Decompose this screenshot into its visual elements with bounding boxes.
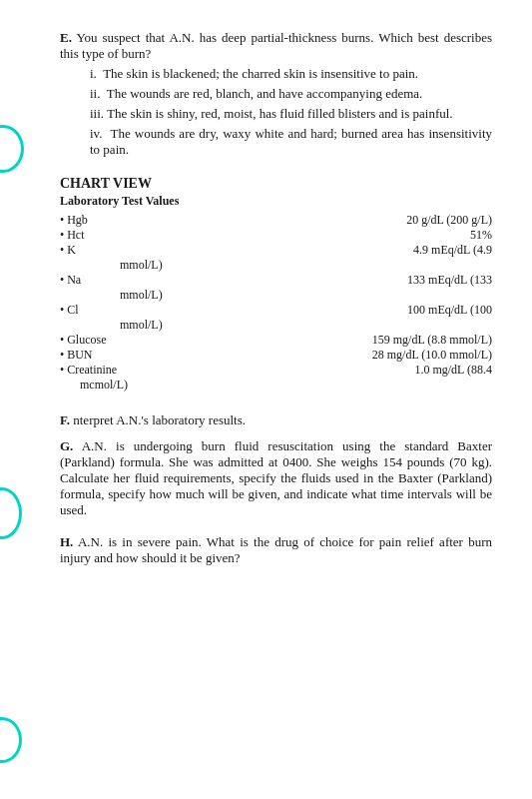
lab-label-k: • K xyxy=(60,243,76,258)
lab-row-bun: • BUN 28 mg/dL (10.0 mmol/L) xyxy=(60,348,492,363)
chart-view: CHART VIEW Laboratory Test Values • Hgb … xyxy=(60,176,492,393)
lab-label-hgb: • Hgb xyxy=(60,213,88,228)
lab-label-glucose: • Glucose xyxy=(60,333,107,348)
text-e-iv: The wounds are dry, waxy white and hard;… xyxy=(90,126,492,157)
lab-value-k: 4.9 mEq/dL (4.9 xyxy=(413,243,492,258)
lab-row-glucose: • Glucose 159 mg/dL (8.8 mmol/L) xyxy=(60,333,492,348)
text-g: A.N. is undergoing burn fluid resuscitat… xyxy=(60,438,492,517)
lab-value-creatinine-cont: mcmol/L) xyxy=(80,378,128,392)
lab-value-na: 133 mEq/dL (133 xyxy=(407,273,492,288)
lab-label-hct: • Hct xyxy=(60,228,85,243)
lab-row-hct: • Hct 51% xyxy=(60,228,492,243)
lab-value-cl: 100 mEq/dL (100 xyxy=(407,303,492,318)
lab-label-na: • Na xyxy=(60,273,81,288)
question-g-text: G. A.N. is undergoing burn fluid resusci… xyxy=(60,438,492,518)
text-e-ii: The wounds are red, blanch, and have acc… xyxy=(107,86,423,101)
lab-label-creatinine: • Creatinine xyxy=(60,363,117,378)
roman-iii: iii. xyxy=(90,106,104,121)
lab-value-hgb: 20 g/dL (200 g/L) xyxy=(406,213,492,228)
question-f-text: F. nterpret A.N.'s laboratory results. xyxy=(60,412,492,428)
question-h-text: H. A.N. is in severe pain. What is the d… xyxy=(60,534,492,566)
label-f: F. xyxy=(60,412,70,427)
sub-item-e-i: i. The skin is blackened; the charred sk… xyxy=(90,66,492,82)
lab-value-k-cont: mmol/L) xyxy=(120,258,163,272)
annotation-circle-fg xyxy=(0,487,22,539)
page: E. You suspect that A.N. has deep partia… xyxy=(0,0,532,799)
sub-items-e: i. The skin is blackened; the charred sk… xyxy=(90,66,492,158)
label-e: E. xyxy=(60,30,72,45)
section-f: F. nterpret A.N.'s laboratory results. xyxy=(60,412,492,428)
lab-label-bun: • BUN xyxy=(60,348,93,363)
lab-row-cl: • Cl 100 mEq/dL (100 mmol/L) xyxy=(60,303,492,333)
lab-value-cl-cont: mmol/L) xyxy=(120,318,163,332)
annotation-circle-e xyxy=(0,125,24,173)
section-g: G. A.N. is undergoing burn fluid resusci… xyxy=(60,438,492,518)
text-h: A.N. is in severe pain. What is the drug… xyxy=(60,534,492,565)
roman-ii: ii. xyxy=(90,86,100,101)
lab-value-creatinine: 1.0 mg/dL (88.4 xyxy=(414,363,492,378)
chart-title: CHART VIEW xyxy=(60,176,492,192)
text-e-i: The skin is blackened; the charred skin … xyxy=(103,66,418,81)
sub-item-e-iii: iii. The skin is shiny, red, moist, has … xyxy=(90,106,492,122)
annotation-circle-h xyxy=(0,717,22,763)
lab-row-creatinine: • Creatinine 1.0 mg/dL (88.4 mcmol/L) xyxy=(60,363,492,393)
lab-label-cl: • Cl xyxy=(60,303,79,318)
chart-subtitle: Laboratory Test Values xyxy=(60,194,492,209)
lab-row-na: • Na 133 mEq/dL (133 mmol/L) xyxy=(60,273,492,303)
question-e-intro: You suspect that A.N. has deep partial-t… xyxy=(60,30,492,61)
lab-row-hgb: • Hgb 20 g/dL (200 g/L) xyxy=(60,213,492,228)
sub-item-e-iv: iv. The wounds are dry, waxy white and h… xyxy=(90,126,492,158)
sub-item-e-ii: ii. The wounds are red, blanch, and have… xyxy=(90,86,492,102)
section-e: E. You suspect that A.N. has deep partia… xyxy=(60,30,492,158)
lab-value-bun: 28 mg/dL (10.0 mmol/L) xyxy=(372,348,492,363)
label-g: G. xyxy=(60,438,73,453)
lab-value-hct: 51% xyxy=(470,228,492,243)
roman-i: i. xyxy=(90,66,97,81)
label-h: H. xyxy=(60,534,73,549)
lab-value-glucose: 159 mg/dL (8.8 mmol/L) xyxy=(372,333,492,348)
roman-iv: iv. xyxy=(90,126,103,141)
lab-row-k: • K 4.9 mEq/dL (4.9 mmol/L) xyxy=(60,243,492,273)
lab-value-na-cont: mmol/L) xyxy=(120,288,163,302)
text-f: nterpret A.N.'s laboratory results. xyxy=(73,412,246,427)
question-e-text: E. You suspect that A.N. has deep partia… xyxy=(60,30,492,62)
section-h: H. A.N. is in severe pain. What is the d… xyxy=(60,534,492,566)
text-e-iii: The skin is shiny, red, moist, has fluid… xyxy=(107,106,453,121)
